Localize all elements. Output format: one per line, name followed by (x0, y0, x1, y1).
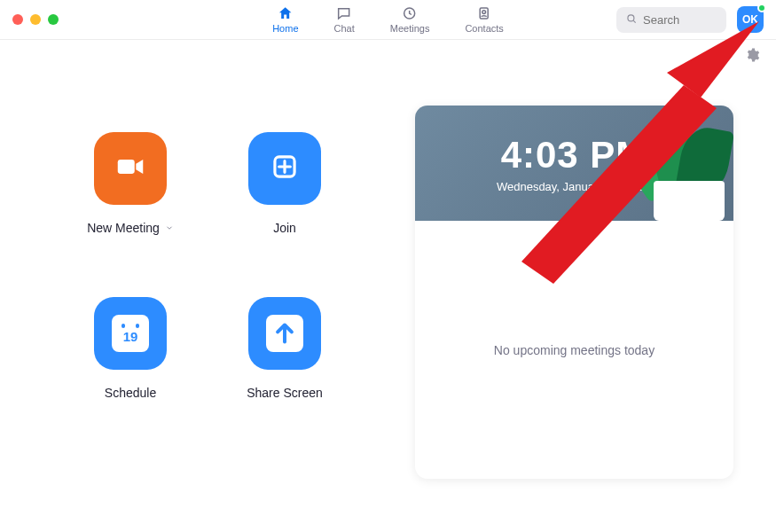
presence-indicator (757, 4, 766, 12)
profile-avatar[interactable]: OK (737, 6, 764, 33)
video-icon (114, 150, 147, 187)
svg-rect-4 (118, 160, 135, 174)
titlebar-right-group: OK (616, 6, 764, 33)
search-input[interactable] (643, 13, 714, 27)
meetings-card-hero: 4:03 PM Wednesday, January 27, 2021 (415, 106, 733, 221)
sub-toolbar (0, 40, 776, 70)
fullscreen-window-button[interactable] (48, 14, 59, 25)
action-share-screen: Share Screen (208, 297, 362, 462)
action-label-text: Join (273, 221, 296, 235)
settings-gear-icon[interactable] (744, 47, 760, 63)
action-new-meeting: New Meeting (53, 132, 208, 297)
no-meetings-text: No upcoming meetings today (494, 343, 655, 357)
share-screen-icon (266, 315, 303, 352)
tab-contacts[interactable]: Contacts (459, 4, 508, 35)
home-icon (278, 5, 294, 21)
window-controls (12, 14, 59, 25)
action-label-text: Schedule (105, 386, 156, 400)
action-label-text: Share Screen (247, 386, 323, 400)
tab-label: Contacts (465, 23, 503, 34)
chevron-down-icon (165, 221, 174, 235)
svg-point-2 (482, 11, 486, 14)
tab-label: Home (272, 23, 298, 34)
share-screen-label: Share Screen (247, 386, 323, 400)
tab-chat[interactable]: Chat (329, 4, 360, 35)
calendar-day-number: 19 (123, 330, 138, 343)
chat-icon (336, 5, 352, 21)
join-button[interactable] (248, 132, 321, 205)
current-time: 4:03 PM (501, 134, 648, 176)
decorative-plant (627, 106, 733, 221)
title-bar: Home Chat Meetings Contacts (0, 0, 776, 40)
schedule-label: Schedule (105, 386, 156, 400)
search-box[interactable] (616, 7, 726, 33)
action-join: Join (208, 132, 362, 297)
join-label: Join (273, 221, 296, 235)
new-meeting-label-row[interactable]: New Meeting (87, 221, 174, 235)
close-window-button[interactable] (12, 14, 23, 25)
meetings-card-body: No upcoming meetings today (415, 221, 733, 479)
tab-label: Meetings (390, 23, 430, 34)
new-meeting-button[interactable] (94, 132, 167, 205)
tab-home[interactable]: Home (267, 4, 303, 35)
tab-label: Chat (334, 23, 355, 34)
minimize-window-button[interactable] (30, 14, 41, 25)
svg-point-3 (628, 14, 634, 20)
search-icon (625, 12, 638, 27)
action-schedule: 19 Schedule (53, 297, 208, 462)
contacts-icon (476, 5, 492, 21)
schedule-button[interactable]: 19 (94, 297, 167, 370)
plus-icon (268, 150, 302, 187)
meetings-card: 4:03 PM Wednesday, January 27, 2021 No u… (415, 106, 733, 479)
share-screen-button[interactable] (248, 297, 321, 370)
main-nav-tabs: Home Chat Meetings Contacts (267, 0, 509, 39)
calendar-icon: 19 (112, 315, 149, 352)
meetings-panel-wrapper: 4:03 PM Wednesday, January 27, 2021 No u… (415, 70, 776, 532)
clock-icon (402, 5, 418, 21)
avatar-initials: OK (742, 13, 758, 26)
action-label-text: New Meeting (87, 221, 160, 235)
tab-meetings[interactable]: Meetings (385, 4, 435, 35)
quick-actions-grid: New Meeting Join 19 (0, 70, 415, 532)
main-content: New Meeting Join 19 (0, 70, 776, 532)
